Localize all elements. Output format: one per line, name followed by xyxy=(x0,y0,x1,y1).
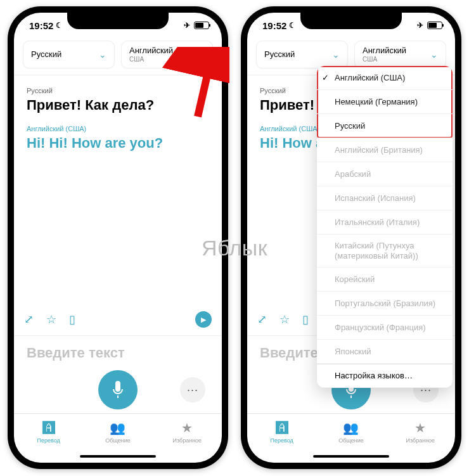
target-text: Hi! Hi! How are you? xyxy=(27,135,209,151)
check-icon: ✓ xyxy=(322,73,329,83)
phone-right: 19:52 ☾ ✈ Русский ⌄ Английский США xyxy=(241,6,461,469)
dnd-moon-icon: ☾ xyxy=(56,21,63,30)
dropdown-item[interactable]: Португальский (Бразилия) xyxy=(317,292,453,316)
dropdown-item-label: Португальский (Бразилия) xyxy=(335,299,435,309)
target-language-button[interactable]: Английский США ⌄ xyxy=(121,41,213,68)
dictionary-icon[interactable]: ▯ xyxy=(69,312,75,326)
dropdown-item-label: Испанский (Испания) xyxy=(335,193,416,203)
battery-icon xyxy=(194,22,209,29)
status-time: 19:52 xyxy=(262,20,286,31)
airplane-icon: ✈ xyxy=(417,21,423,30)
home-indicator xyxy=(14,450,222,463)
input-area[interactable]: Введите текст xyxy=(14,335,222,365)
target-lang-caption: Английский (США) xyxy=(27,125,209,132)
dropdown-settings-row[interactable]: Настройка языков… xyxy=(317,364,453,388)
tab-conversation-label: Общение xyxy=(105,437,130,444)
people-icon: 👥 xyxy=(110,420,125,435)
tab-favorites[interactable]: ★ Избранное xyxy=(386,414,455,450)
source-language-button[interactable]: Русский ⌄ xyxy=(256,41,348,68)
expand-icon[interactable]: ⤢ xyxy=(24,312,34,326)
more-button[interactable]: ··· xyxy=(180,377,205,402)
language-dropdown: ✓Английский (США)Немецкий (Германия)Русс… xyxy=(317,66,453,388)
star-icon: ★ xyxy=(181,420,193,435)
tab-conversation[interactable]: 👥 Общение xyxy=(83,414,152,450)
dropdown-item[interactable]: Корейский xyxy=(317,267,453,292)
dropdown-item[interactable]: Немецкий (Германия) xyxy=(317,90,453,114)
mic-row: ··· xyxy=(14,365,222,413)
tab-conversation[interactable]: 👥 Общение xyxy=(316,414,385,450)
tab-translate-label: Перевод xyxy=(271,437,293,444)
target-lang-caption: Английский (США) xyxy=(260,125,323,132)
language-selector-row: Русский ⌄ Английский США ⌄ xyxy=(14,38,222,75)
chevron-down-icon: ⌄ xyxy=(197,49,205,60)
dropdown-settings-label: Настройка языков… xyxy=(335,371,413,381)
dropdown-item-label: Корейский xyxy=(335,274,375,285)
source-text: Привет! Как дела? xyxy=(260,97,323,113)
source-lang-caption: Русский xyxy=(27,87,209,94)
tab-translate[interactable]: 🅰 Перевод xyxy=(247,414,316,450)
source-language-label: Русский xyxy=(31,50,61,60)
tab-bar: 🅰 Перевод 👥 Общение ★ Избранное xyxy=(247,413,455,450)
tab-bar: 🅰 Перевод 👥 Общение ★ Избранное xyxy=(14,413,222,450)
dropdown-item-label: Английский (Британия) xyxy=(335,145,423,155)
dropdown-item[interactable]: Английский (Британия) xyxy=(317,138,453,162)
dropdown-item[interactable]: Испанский (Испания) xyxy=(317,186,453,210)
dropdown-item-label: Французский (Франция) xyxy=(335,323,426,333)
battery-icon xyxy=(427,22,442,29)
dropdown-item-label: Немецкий (Германия) xyxy=(335,97,418,107)
target-language-label: Английский США xyxy=(363,46,406,63)
notch xyxy=(300,13,402,29)
dropdown-item-label: Английский (США) xyxy=(335,73,405,83)
dropdown-item-label: Русский xyxy=(335,121,365,131)
expand-icon[interactable]: ⤢ xyxy=(257,312,267,326)
tab-favorites[interactable]: ★ Избранное xyxy=(153,414,222,450)
translation-actions: ⤢ ☆ ▯ ▶ xyxy=(24,311,212,328)
chevron-down-icon: ⌄ xyxy=(99,49,106,60)
dropdown-item[interactable]: Итальянский (Италия) xyxy=(317,210,453,235)
microphone-button[interactable] xyxy=(98,370,138,409)
favorite-star-icon[interactable]: ☆ xyxy=(279,312,290,326)
chevron-down-icon: ⌄ xyxy=(430,49,438,60)
dropdown-item[interactable]: Японский xyxy=(317,340,453,364)
people-icon: 👥 xyxy=(343,420,359,435)
dictionary-icon[interactable]: ▯ xyxy=(302,312,309,326)
translate-icon: 🅰 xyxy=(42,421,55,435)
dropdown-item[interactable]: Китайский (Путунхуа (материковый Китай)) xyxy=(317,235,453,267)
tab-translate[interactable]: 🅰 Перевод xyxy=(14,414,83,450)
tab-favorites-label: Избранное xyxy=(406,437,435,444)
dnd-moon-icon: ☾ xyxy=(289,21,296,30)
dropdown-item-label: Китайский (Путунхуа (материковый Китай)) xyxy=(335,241,445,261)
translation-content: Русский Привет! Как дела? Английский (СШ… xyxy=(14,75,222,335)
tab-conversation-label: Общение xyxy=(338,437,363,444)
tab-translate-label: Перевод xyxy=(37,437,60,444)
home-indicator xyxy=(247,450,455,463)
tab-favorites-label: Избранное xyxy=(173,437,202,444)
dropdown-item-label: Арабский xyxy=(335,169,371,179)
dropdown-item[interactable]: Арабский xyxy=(317,162,453,186)
source-text: Привет! Как дела? xyxy=(27,97,209,113)
notch xyxy=(67,13,169,29)
dropdown-item-label: Японский xyxy=(335,347,371,357)
target-language-label: Английский США xyxy=(129,46,173,63)
microphone-icon xyxy=(111,381,125,399)
play-audio-button[interactable]: ▶ xyxy=(195,311,212,328)
chevron-down-icon: ⌄ xyxy=(332,49,340,60)
favorite-star-icon[interactable]: ☆ xyxy=(46,312,56,326)
source-language-label: Русский xyxy=(264,50,295,60)
phone-left: 19:52 ☾ ✈ Русский ⌄ Английский США xyxy=(8,6,228,469)
airplane-icon: ✈ xyxy=(184,21,190,30)
dropdown-item[interactable]: Русский xyxy=(317,114,453,138)
dropdown-item[interactable]: Французский (Франция) xyxy=(317,316,453,340)
star-icon: ★ xyxy=(414,420,426,435)
dropdown-item-label: Итальянский (Италия) xyxy=(335,217,420,228)
dropdown-item[interactable]: ✓Английский (США) xyxy=(317,66,453,90)
source-language-button[interactable]: Русский ⌄ xyxy=(23,41,115,68)
input-placeholder: Введите текст xyxy=(27,345,209,361)
translate-icon: 🅰 xyxy=(276,421,288,435)
target-language-button[interactable]: Английский США ⌄ xyxy=(354,41,446,68)
status-time: 19:52 xyxy=(29,20,53,31)
